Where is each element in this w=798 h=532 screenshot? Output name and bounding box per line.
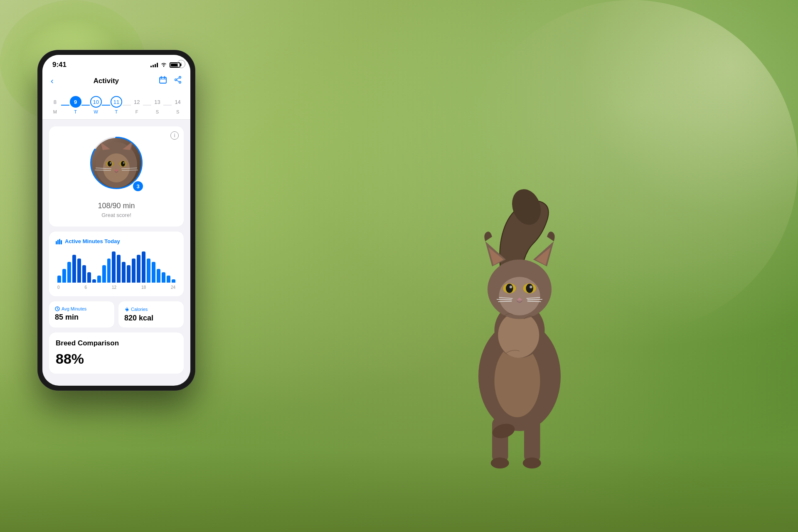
breed-title: Breed Comparison — [56, 339, 119, 347]
day-connector-3 — [102, 105, 110, 106]
svg-point-48 — [123, 162, 125, 164]
chart-bar — [62, 269, 66, 283]
svg-point-36 — [175, 79, 177, 81]
day-item-sun[interactable]: 14 S — [172, 96, 184, 114]
stats-row: Avg Minutes 85 min Calories 820 kcal — [49, 301, 184, 328]
bar-chart-icon — [56, 239, 62, 244]
chart-bar — [67, 262, 71, 283]
svg-point-45 — [108, 161, 112, 167]
nav-header: ‹ Activity — [42, 72, 190, 91]
svg-point-17 — [506, 284, 513, 293]
chart-bars — [56, 249, 177, 283]
chart-bar — [97, 276, 101, 283]
svg-rect-4 — [524, 417, 540, 463]
svg-line-38 — [177, 80, 179, 82]
svg-point-8 — [498, 312, 539, 358]
chart-bar — [142, 251, 145, 283]
day-item-fri[interactable]: 12 F — [131, 96, 143, 114]
day-connector-5 — [143, 105, 151, 106]
calories-value: 820 kcal — [124, 314, 178, 323]
phone-screen: 9:41 — [42, 55, 190, 386]
chart-labels: 0 6 12 18 24 — [56, 285, 177, 290]
svg-point-5 — [491, 458, 509, 468]
svg-rect-60 — [59, 239, 60, 244]
status-bar: 9:41 — [42, 55, 190, 72]
chart-title: Active Minutes Today — [56, 238, 177, 244]
content-area: i — [42, 120, 190, 380]
svg-point-10 — [499, 277, 540, 315]
chart-bar — [87, 272, 91, 283]
svg-point-19 — [510, 286, 512, 288]
svg-point-29 — [163, 66, 164, 66]
level-badge: 3 — [132, 180, 144, 192]
phone-mockup: 9:41 — [37, 50, 195, 507]
pet-avatar-container: 3 — [88, 135, 145, 193]
nav-actions — [159, 76, 182, 86]
share-icon[interactable] — [174, 76, 182, 86]
pet-avatar — [91, 138, 141, 188]
chart-bar — [167, 276, 170, 283]
svg-line-37 — [177, 78, 179, 79]
svg-point-20 — [530, 286, 532, 288]
wifi-icon — [160, 62, 167, 68]
phone-frame: 9:41 — [37, 50, 195, 391]
stat-avg-minutes: Avg Minutes 85 min — [49, 301, 114, 328]
chart-bar — [77, 259, 81, 283]
svg-point-35 — [179, 81, 181, 83]
back-button[interactable]: ‹ — [51, 76, 54, 86]
chart-bar — [157, 269, 160, 283]
status-icons — [150, 62, 180, 68]
day-item-sat[interactable]: 13 S — [151, 96, 163, 114]
svg-point-46 — [121, 161, 125, 167]
chart-bar — [57, 276, 61, 283]
breed-percent: 88% — [56, 351, 177, 367]
svg-point-34 — [179, 76, 181, 78]
svg-line-26 — [527, 299, 542, 300]
chart-bar — [82, 265, 86, 283]
day-connector-1 — [61, 105, 69, 106]
score-value: 108 — [98, 202, 110, 210]
svg-rect-61 — [61, 240, 62, 244]
breed-comparison-section: Breed Comparison i 88% — [49, 332, 184, 374]
chart-bar — [147, 259, 150, 283]
day-item-tue[interactable]: 9 T — [70, 96, 81, 114]
calendar-icon[interactable] — [159, 76, 167, 86]
score-label: Great score! — [101, 212, 131, 218]
day-connector-6 — [163, 105, 172, 106]
svg-line-24 — [498, 301, 512, 302]
day-item-thu[interactable]: 11 T — [111, 96, 122, 114]
svg-point-6 — [523, 458, 541, 468]
day-item-mon[interactable]: 8 M — [49, 96, 61, 114]
day-item-wed[interactable]: 10 W — [90, 96, 102, 114]
nav-title: Activity — [94, 77, 119, 85]
signal-icon — [150, 62, 158, 67]
chart-bar — [152, 262, 155, 283]
svg-rect-59 — [57, 240, 59, 244]
chart-bar — [127, 265, 131, 283]
chart-bar — [137, 255, 140, 283]
cat-image — [374, 33, 665, 490]
svg-rect-30 — [160, 77, 166, 83]
svg-line-27 — [527, 301, 541, 302]
svg-line-23 — [497, 299, 512, 300]
score-info-button[interactable]: i — [170, 131, 179, 140]
chart-bar — [112, 251, 116, 283]
chart-bar — [162, 272, 165, 283]
svg-rect-58 — [56, 241, 57, 244]
avg-minutes-value: 85 min — [55, 313, 108, 322]
score-max: /90 min — [111, 202, 135, 210]
chart-bar — [92, 279, 96, 283]
status-time: 9:41 — [52, 61, 66, 69]
score-card: i — [49, 126, 184, 227]
chart-bar — [117, 255, 121, 283]
svg-point-47 — [110, 162, 111, 164]
chart-bar — [172, 279, 175, 283]
flame-icon — [124, 306, 129, 312]
clock-icon — [55, 306, 60, 311]
day-connector-4 — [123, 105, 131, 106]
chart-card: Active Minutes Today 0 6 12 18 24 — [49, 232, 184, 296]
svg-point-42 — [103, 153, 130, 182]
chart-bar — [132, 259, 135, 283]
stat-calories: Calories 820 kcal — [118, 301, 184, 328]
day-selector: 8 M 9 T 10 W 11 T — [42, 91, 190, 120]
